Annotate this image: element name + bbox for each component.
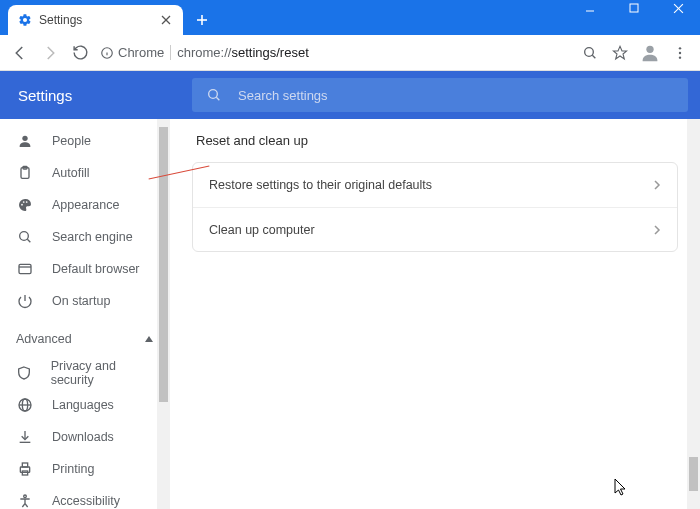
- tab-title: Settings: [39, 13, 159, 27]
- sidebar-item-label: Default browser: [52, 262, 140, 276]
- bookmark-icon[interactable]: [606, 39, 634, 67]
- row-restore-defaults[interactable]: Restore settings to their original defau…: [193, 163, 677, 207]
- chevron-up-icon: [144, 334, 154, 344]
- svg-point-14: [646, 45, 653, 52]
- svg-rect-38: [22, 463, 27, 467]
- download-icon: [16, 428, 34, 446]
- site-chip: Chrome: [100, 45, 171, 60]
- svg-point-17: [679, 56, 681, 58]
- profile-avatar[interactable]: [636, 39, 664, 67]
- svg-point-11: [585, 47, 594, 56]
- sidebar-item-label: Languages: [52, 398, 114, 412]
- svg-point-18: [209, 90, 218, 99]
- close-tab-icon[interactable]: [159, 13, 173, 27]
- svg-point-20: [22, 136, 27, 141]
- svg-line-12: [592, 55, 595, 58]
- sidebar-item-label: Printing: [52, 462, 94, 476]
- sidebar-item-label: Downloads: [52, 430, 114, 444]
- svg-point-15: [679, 47, 681, 49]
- shield-icon: [16, 364, 33, 382]
- sidebar-scrollbar-thumb[interactable]: [159, 127, 168, 402]
- svg-point-26: [20, 232, 29, 241]
- sidebar-item-search-engine[interactable]: Search engine: [0, 221, 170, 253]
- sidebar-scrollbar[interactable]: [157, 119, 170, 509]
- main-content: Reset and clean up Restore settings to t…: [170, 119, 700, 509]
- svg-point-24: [23, 201, 25, 203]
- omnibox-url: chrome://settings/reset: [171, 45, 309, 60]
- sidebar-item-label: People: [52, 134, 91, 148]
- search-input[interactable]: Search settings: [192, 78, 688, 112]
- settings-card: Restore settings to their original defau…: [192, 162, 678, 252]
- row-cleanup-computer[interactable]: Clean up computer: [193, 207, 677, 251]
- sidebar-item-people[interactable]: People: [0, 125, 170, 157]
- sidebar-item-privacy[interactable]: Privacy and security: [0, 357, 170, 389]
- palette-icon: [16, 196, 34, 214]
- sidebar-item-languages[interactable]: Languages: [0, 389, 170, 421]
- back-button[interactable]: [6, 39, 34, 67]
- toolbar: Chrome chrome://settings/reset: [0, 35, 700, 71]
- info-icon: [100, 46, 114, 60]
- sidebar-item-label: Autofill: [52, 166, 90, 180]
- sidebar-item-accessibility[interactable]: Accessibility: [0, 485, 170, 509]
- svg-rect-28: [19, 264, 31, 273]
- sidebar-item-on-startup[interactable]: On startup: [0, 285, 170, 317]
- reload-button[interactable]: [66, 39, 94, 67]
- sidebar-item-printing[interactable]: Printing: [0, 453, 170, 485]
- sidebar-section-advanced[interactable]: Advanced: [0, 321, 170, 357]
- forward-button[interactable]: [36, 39, 64, 67]
- sidebar-item-label: On startup: [52, 294, 110, 308]
- search-placeholder: Search settings: [238, 88, 328, 103]
- sidebar: People Autofill Appearance Search engine…: [0, 119, 170, 509]
- window-minimize[interactable]: [568, 0, 612, 30]
- window-close[interactable]: [656, 0, 700, 30]
- main-scrollbar-thumb[interactable]: [689, 457, 698, 491]
- window-controls: [568, 0, 700, 30]
- window-titlebar: Settings: [0, 0, 700, 35]
- gear-icon: [18, 13, 32, 27]
- new-tab-button[interactable]: [189, 7, 215, 33]
- svg-line-27: [27, 239, 30, 242]
- svg-rect-5: [630, 4, 638, 12]
- row-label: Restore settings to their original defau…: [209, 178, 432, 192]
- svg-line-19: [216, 97, 219, 100]
- chevron-right-icon: [653, 225, 661, 235]
- sidebar-section-label: Advanced: [16, 332, 72, 346]
- person-icon: [16, 132, 34, 150]
- sidebar-item-label: Privacy and security: [51, 359, 154, 387]
- svg-point-23: [21, 204, 23, 206]
- svg-point-25: [26, 201, 28, 203]
- app-toolbar: Search settings: [170, 71, 700, 119]
- window-maximize[interactable]: [612, 0, 656, 30]
- power-icon: [16, 292, 34, 310]
- clipboard-icon: [16, 164, 34, 182]
- printer-icon: [16, 460, 34, 478]
- sidebar-item-appearance[interactable]: Appearance: [0, 189, 170, 221]
- svg-marker-31: [145, 336, 153, 342]
- sidebar-item-label: Accessibility: [52, 494, 120, 508]
- browser-icon: [16, 260, 34, 278]
- search-icon[interactable]: [576, 39, 604, 67]
- row-label: Clean up computer: [209, 223, 315, 237]
- main-scrollbar[interactable]: [687, 119, 700, 509]
- accessibility-icon: [16, 492, 34, 509]
- sidebar-item-default-browser[interactable]: Default browser: [0, 253, 170, 285]
- search-icon: [206, 87, 222, 103]
- app-title: Settings: [0, 71, 170, 119]
- sidebar-item-label: Appearance: [52, 198, 119, 212]
- kebab-menu-icon[interactable]: [666, 39, 694, 67]
- omnibox[interactable]: Chrome chrome://settings/reset: [100, 45, 570, 60]
- svg-marker-13: [613, 46, 626, 59]
- svg-point-16: [679, 51, 681, 53]
- chevron-right-icon: [653, 180, 661, 190]
- sidebar-item-label: Search engine: [52, 230, 133, 244]
- site-chip-label: Chrome: [118, 45, 164, 60]
- sidebar-item-downloads[interactable]: Downloads: [0, 421, 170, 453]
- section-title: Reset and clean up: [196, 133, 678, 148]
- svg-point-40: [24, 495, 27, 498]
- globe-icon: [16, 396, 34, 414]
- browser-tab[interactable]: Settings: [8, 5, 183, 35]
- search-icon: [16, 228, 34, 246]
- sidebar-item-autofill[interactable]: Autofill: [0, 157, 170, 189]
